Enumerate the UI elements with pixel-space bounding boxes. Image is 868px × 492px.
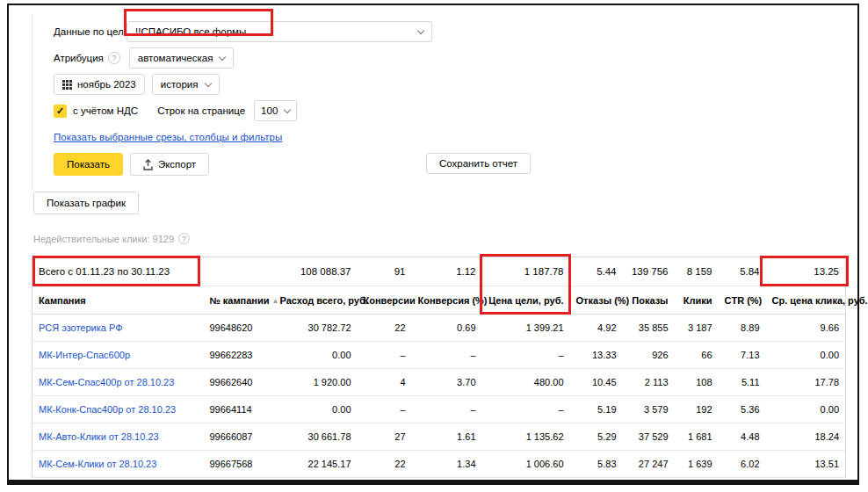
table-cell: 0.69 [412, 315, 482, 342]
history-button[interactable]: история [152, 74, 220, 95]
table-cell: 10.45 [570, 369, 623, 396]
column-header-label: CTR (%) [725, 295, 763, 306]
table-cell: 22 [358, 315, 412, 342]
table-cell: 480.00 [482, 369, 570, 396]
stats-table: Всего с 01.11.23 по 30.11.23108 088.3791… [32, 257, 846, 478]
table-cell: – [412, 396, 482, 423]
table-cell: 22 145.17 [274, 451, 358, 478]
column-header-label: Показы [632, 295, 668, 306]
table-cell: – [482, 396, 570, 423]
campaign-link[interactable]: МК-Интер-Спас600р [39, 350, 130, 360]
column-header-label: Ср. цена клика, руб. [772, 295, 868, 306]
table-cell: 4 [358, 369, 412, 396]
column-header[interactable]: Расход всего, руб. [274, 286, 358, 315]
table-cell: – [482, 342, 570, 369]
goal-select-value: !!СПАСИБО все формы [135, 26, 246, 37]
column-header[interactable]: Ср. цена клика, руб. [766, 286, 846, 315]
column-header[interactable]: Клики [675, 286, 719, 315]
column-header-label: № кампании [210, 295, 270, 306]
campaign-cell: МК-Интер-Спас600р [33, 342, 204, 369]
rows-per-page-value: 100 [261, 105, 278, 116]
table-cell: 7.13 [719, 342, 766, 369]
column-header[interactable]: Показы [623, 286, 675, 315]
table-cell: 13.51 [766, 451, 846, 478]
total-value-cell: 139 756 [623, 257, 675, 286]
show-chart-button[interactable]: Показать график [33, 192, 139, 214]
export-button[interactable]: Экспорт [130, 153, 209, 176]
table-cell: 8.89 [719, 315, 766, 342]
column-header[interactable]: Цена цели, руб. [482, 286, 570, 315]
table-cell: 3 579 [623, 396, 675, 423]
attribution-select-value: автоматическая [138, 53, 213, 63]
table-row: МК-Конк-Спас400р от 28.10.23996641140.00… [33, 396, 846, 423]
show-button[interactable]: Показать [54, 153, 123, 176]
rows-per-page-select[interactable]: 100 [254, 100, 297, 121]
attribution-select[interactable]: автоматическая [129, 47, 235, 69]
table-cell: 2 113 [623, 369, 675, 396]
campaign-link[interactable]: МК-Сем-Спас400р от 28.10.23 [39, 377, 174, 387]
save-report-button[interactable]: Сохранить отчет [426, 153, 531, 174]
total-value-cell: 91 [358, 257, 412, 286]
campaign-link[interactable]: РСЯ эзотерика РФ [39, 322, 123, 333]
table-cell: 37 529 [623, 423, 675, 451]
vat-rows-filter-row: ✓ с учётом НДС Строк на странице 100 [54, 100, 542, 121]
column-header-label: Конверсии [364, 295, 416, 306]
table-cell: 5.19 [570, 396, 623, 423]
table-row: МК-Сем-Спас400р от 28.10.23996626401 920… [33, 369, 846, 396]
table-cell: – [358, 342, 412, 369]
table-cell: 0.00 [274, 342, 358, 369]
vat-checkbox[interactable]: ✓ [54, 105, 67, 118]
table-cell: 30 782.72 [274, 315, 358, 342]
table-row: МК-Авто-Клики от 28.10.239966608730 661.… [33, 423, 846, 451]
column-header[interactable]: Отказы (%) [570, 286, 623, 315]
table-cell: 1 681 [675, 423, 719, 451]
column-header[interactable]: Кампания [33, 286, 204, 315]
attribution-info-icon[interactable]: ? [108, 52, 120, 64]
chevron-down-icon [284, 105, 291, 112]
period-button[interactable]: ноябрь 2023 [54, 74, 145, 95]
table-row: МК-Интер-Спас600р996622830.00–––13.33926… [33, 342, 846, 369]
column-header[interactable]: CTR (%) [719, 286, 766, 315]
column-header-label: Клики [684, 295, 712, 306]
table-cell: 4.92 [570, 315, 623, 342]
show-slices-link[interactable]: Показать выбранные срезы, столбцы и филь… [54, 132, 282, 142]
campaign-link[interactable]: МК-Авто-Клики от 28.10.23 [39, 431, 159, 442]
column-header[interactable]: Конверсии [358, 286, 412, 315]
table-cell: 6.02 [719, 451, 766, 478]
screenshot-frame: Данные по целям ? !!СПАСИБО все формы Ат… [7, 4, 859, 485]
table-cell: 5.11 [719, 369, 766, 396]
table-cell: 1 135.62 [482, 423, 570, 451]
campaign-cell: МК-Конк-Спас400р от 28.10.23 [33, 396, 204, 423]
campaign-link[interactable]: МК-Сем-Клики от 28.10.23 [39, 459, 156, 469]
invalid-clicks-note: Недействительные клики: 9129 ? [33, 233, 190, 244]
total-value-cell: 108 088.37 [274, 257, 358, 286]
column-header[interactable]: № кампании▲ [204, 286, 274, 315]
campaign-link[interactable]: МК-Конк-Спас400р от 28.10.23 [39, 404, 176, 415]
rows-per-page-label: Строк на странице [157, 105, 245, 116]
export-button-label: Экспорт [158, 159, 196, 170]
table-cell: 3.70 [412, 369, 482, 396]
chevron-down-icon [204, 79, 211, 86]
table-cell: 1 006.60 [482, 451, 570, 478]
table-cell: 108 [675, 369, 719, 396]
table-cell: – [412, 342, 482, 369]
table-cell: 99664114 [204, 396, 274, 423]
chevron-down-icon [417, 26, 424, 33]
calendar-grid-icon [62, 80, 72, 90]
goal-select[interactable]: !!СПАСИБО все формы [127, 21, 432, 42]
total-label-cell: Всего с 01.11.23 по 30.11.23 [33, 257, 274, 286]
column-header[interactable]: Конверсия (%) [412, 286, 482, 315]
table-cell: 17.78 [766, 369, 846, 396]
table-cell: – [358, 396, 412, 423]
chevron-down-icon [219, 53, 226, 60]
vat-label: с учётом НДС [73, 105, 138, 116]
total-value-cell: 5.84 [719, 257, 766, 286]
invalid-clicks-info-icon[interactable]: ? [178, 233, 190, 244]
table-cell: 0.00 [766, 396, 846, 423]
table-cell: 99667568 [204, 451, 274, 478]
table-cell: 3 187 [675, 315, 719, 342]
stats-table-wrap: Всего с 01.11.23 по 30.11.23108 088.3791… [32, 257, 845, 478]
column-header-label: Конверсия (%) [418, 295, 488, 306]
invalid-clicks-text: Недействительные клики: 9129 [33, 234, 174, 244]
report-settings-panel: Данные по целям ? !!СПАСИБО все формы Ат… [32, 14, 541, 190]
